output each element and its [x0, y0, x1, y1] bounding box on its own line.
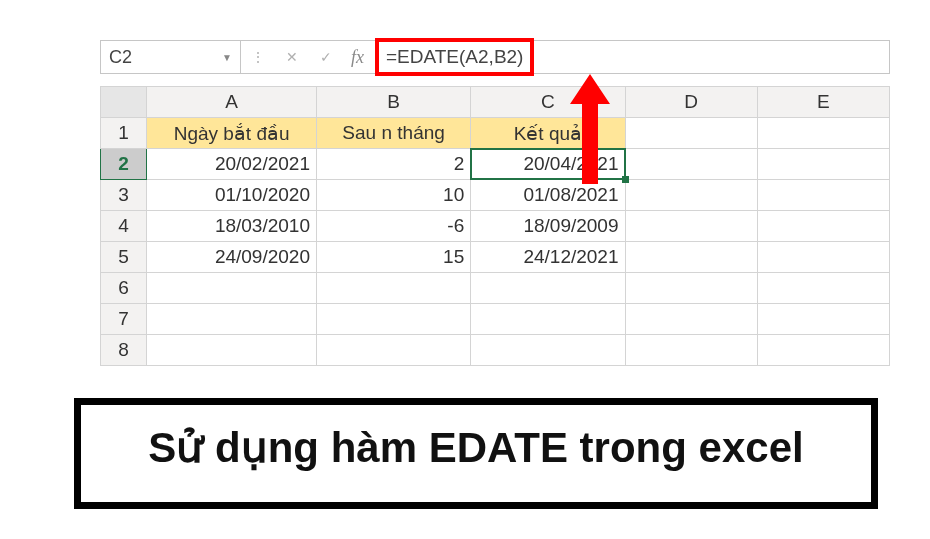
- cell-e3[interactable]: [757, 180, 889, 211]
- col-header-e[interactable]: E: [757, 87, 889, 118]
- cell-b1[interactable]: Sau n tháng: [316, 118, 470, 149]
- cell-b5[interactable]: 15: [316, 242, 470, 273]
- row-1: 1 Ngày bắt đầu Sau n tháng Kết quả: [101, 118, 890, 149]
- cell-b8[interactable]: [316, 335, 470, 366]
- column-header-row: A B C D E: [101, 87, 890, 118]
- cell-a2[interactable]: 20/02/2021: [147, 149, 317, 180]
- formula-bar: C2 ▼ ⋮ ✕ ✓ fx =EDATE(A2,B2): [100, 40, 890, 74]
- cell-d3[interactable]: [625, 180, 757, 211]
- row-3: 3 01/10/2020 10 01/08/2021: [101, 180, 890, 211]
- options-icon[interactable]: ⋮: [241, 41, 275, 73]
- row-4: 4 18/03/2010 -6 18/09/2009: [101, 211, 890, 242]
- cell-a8[interactable]: [147, 335, 317, 366]
- cell-a1[interactable]: Ngày bắt đầu: [147, 118, 317, 149]
- row-header-4[interactable]: 4: [101, 211, 147, 242]
- cell-b2[interactable]: 2: [316, 149, 470, 180]
- cell-d2[interactable]: [625, 149, 757, 180]
- row-2: 2 20/02/2021 2 20/04/2021: [101, 149, 890, 180]
- chevron-down-icon[interactable]: ▼: [222, 52, 232, 63]
- cell-a6[interactable]: [147, 273, 317, 304]
- formula-bar-icons: ⋮ ✕ ✓ fx: [241, 41, 372, 73]
- cell-c8[interactable]: [471, 335, 625, 366]
- fill-handle[interactable]: [622, 176, 629, 183]
- cell-c2-value: 20/04/2021: [523, 153, 618, 174]
- cell-c3[interactable]: 01/08/2021: [471, 180, 625, 211]
- cell-b4[interactable]: -6: [316, 211, 470, 242]
- cell-e8[interactable]: [757, 335, 889, 366]
- col-header-c[interactable]: C: [471, 87, 625, 118]
- row-6: 6: [101, 273, 890, 304]
- row-header-3[interactable]: 3: [101, 180, 147, 211]
- formula-input[interactable]: =EDATE(A2,B2): [378, 41, 531, 73]
- cell-b3[interactable]: 10: [316, 180, 470, 211]
- select-all-corner[interactable]: [101, 87, 147, 118]
- fx-icon[interactable]: fx: [343, 47, 372, 68]
- row-header-2[interactable]: 2: [101, 149, 147, 180]
- cell-c7[interactable]: [471, 304, 625, 335]
- cell-e7[interactable]: [757, 304, 889, 335]
- cell-b7[interactable]: [316, 304, 470, 335]
- cell-e5[interactable]: [757, 242, 889, 273]
- name-box[interactable]: C2 ▼: [101, 41, 241, 73]
- row-header-8[interactable]: 8: [101, 335, 147, 366]
- col-header-d[interactable]: D: [625, 87, 757, 118]
- cell-d1[interactable]: [625, 118, 757, 149]
- caption-box: Sử dụng hàm EDATE trong excel: [74, 398, 878, 509]
- formula-text: =EDATE(A2,B2): [386, 46, 523, 68]
- cell-d4[interactable]: [625, 211, 757, 242]
- cell-a4[interactable]: 18/03/2010: [147, 211, 317, 242]
- row-8: 8: [101, 335, 890, 366]
- cell-a7[interactable]: [147, 304, 317, 335]
- row-header-1[interactable]: 1: [101, 118, 147, 149]
- row-header-5[interactable]: 5: [101, 242, 147, 273]
- cell-a3[interactable]: 01/10/2020: [147, 180, 317, 211]
- row-header-7[interactable]: 7: [101, 304, 147, 335]
- cell-e2[interactable]: [757, 149, 889, 180]
- enter-icon[interactable]: ✓: [309, 41, 343, 73]
- cell-d5[interactable]: [625, 242, 757, 273]
- row-header-6[interactable]: 6: [101, 273, 147, 304]
- cell-c4[interactable]: 18/09/2009: [471, 211, 625, 242]
- spreadsheet-grid: A B C D E 1 Ngày bắt đầu Sau n tháng Kết…: [100, 86, 890, 366]
- cell-e1[interactable]: [757, 118, 889, 149]
- cell-c6[interactable]: [471, 273, 625, 304]
- cell-b6[interactable]: [316, 273, 470, 304]
- caption-text: Sử dụng hàm EDATE trong excel: [107, 423, 845, 472]
- row-7: 7: [101, 304, 890, 335]
- cell-c5[interactable]: 24/12/2021: [471, 242, 625, 273]
- sheet-table: A B C D E 1 Ngày bắt đầu Sau n tháng Kết…: [100, 86, 890, 366]
- cell-e6[interactable]: [757, 273, 889, 304]
- row-5: 5 24/09/2020 15 24/12/2021: [101, 242, 890, 273]
- cell-d8[interactable]: [625, 335, 757, 366]
- cell-a5[interactable]: 24/09/2020: [147, 242, 317, 273]
- col-header-b[interactable]: B: [316, 87, 470, 118]
- cell-c2[interactable]: 20/04/2021: [471, 149, 625, 180]
- col-header-a[interactable]: A: [147, 87, 317, 118]
- cell-c1[interactable]: Kết quả: [471, 118, 625, 149]
- cell-d6[interactable]: [625, 273, 757, 304]
- name-box-value: C2: [109, 47, 132, 68]
- cancel-icon[interactable]: ✕: [275, 41, 309, 73]
- cell-d7[interactable]: [625, 304, 757, 335]
- cell-e4[interactable]: [757, 211, 889, 242]
